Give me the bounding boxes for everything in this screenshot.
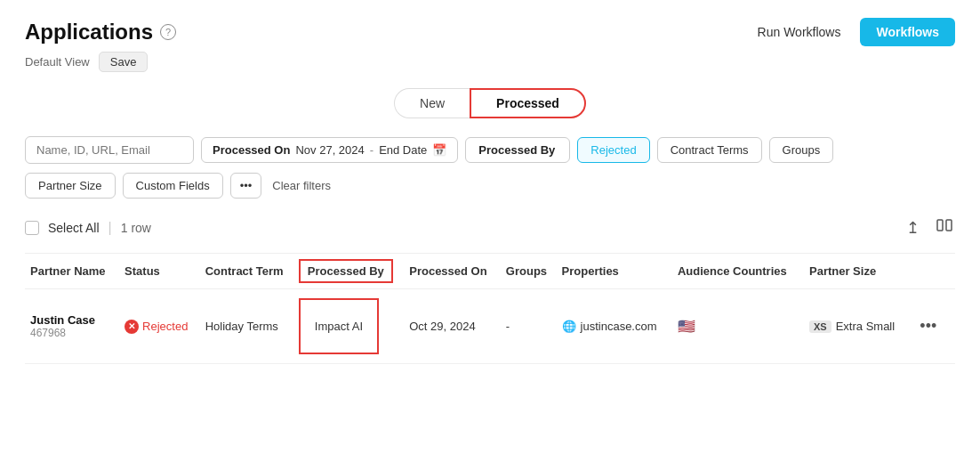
partner-name: Justin Case <box>30 313 116 327</box>
th-processed-on: Processed On <box>409 254 506 289</box>
header: Applications ? Run Workflows Workflows <box>25 18 955 46</box>
th-properties: Properties <box>562 254 678 289</box>
td-partner-name: Justin Case 467968 <box>25 289 125 364</box>
columns-button[interactable] <box>934 215 955 240</box>
partner-id: 467968 <box>30 327 116 339</box>
status-label: Rejected <box>142 320 188 333</box>
workflows-button[interactable]: Workflows <box>860 18 955 46</box>
table-header-row: Partner Name Status Contract Term Proces… <box>25 254 955 289</box>
td-row-actions: ••• <box>914 289 955 364</box>
td-groups: - <box>506 289 562 364</box>
td-audience-countries: 🇺🇸 <box>678 289 809 364</box>
flag-icon: 🇺🇸 <box>678 319 695 334</box>
th-contract-term: Contract Term <box>205 254 302 289</box>
subheader: Default View Save <box>25 52 955 72</box>
icon-actions: ↥ <box>904 215 955 240</box>
select-all-checkbox[interactable] <box>25 221 39 235</box>
th-actions <box>914 254 955 289</box>
table-container: Partner Name Status Contract Term Proces… <box>25 253 955 364</box>
contract-terms-filter[interactable]: Contract Terms <box>657 137 762 163</box>
filter-row-1: Processed On Nov 27, 2024 - End Date 📅 P… <box>25 136 955 164</box>
download-button[interactable]: ↥ <box>904 216 921 239</box>
td-properties: 🌐 justincase.com <box>562 289 678 364</box>
status-badge: ✕ Rejected <box>125 320 188 334</box>
row-count: 1 row <box>121 221 151 235</box>
td-partner-size: XS Extra Small <box>809 289 914 364</box>
table-row: Justin Case 467968 ✕ Rejected Holiday Te… <box>25 289 955 364</box>
td-processed-on: Oct 29, 2024 <box>409 289 506 364</box>
custom-fields-filter[interactable]: Custom Fields <box>123 173 223 199</box>
svg-rect-1 <box>946 220 952 231</box>
select-all-label: Select All <box>48 221 100 235</box>
xs-badge: XS <box>809 320 831 333</box>
processed-by-label: Processed By <box>478 143 555 157</box>
applications-page: Applications ? Run Workflows Workflows D… <box>0 0 980 454</box>
td-status: ✕ Rejected <box>125 289 205 364</box>
th-status: Status <box>125 254 205 289</box>
date-end: End Date <box>379 143 427 157</box>
more-filters-button[interactable]: ••• <box>230 173 262 199</box>
td-contract-term: Holiday Terms <box>205 289 302 364</box>
select-all-row: Select All | 1 row ↥ <box>25 215 955 240</box>
default-view-label: Default View <box>25 55 90 69</box>
th-audience-countries: Audience Countries <box>678 254 809 289</box>
groups-label: Groups <box>783 143 821 157</box>
td-processed-by: Impact AI <box>302 289 409 364</box>
processed-by-filter[interactable]: Processed By <box>465 137 570 163</box>
th-partner-size: Partner Size <box>809 254 914 289</box>
th-partner-name: Partner Name <box>25 254 125 289</box>
properties-url: justincase.com <box>581 320 657 333</box>
tab-processed[interactable]: Processed <box>470 88 586 118</box>
processed-on-label: Processed On <box>213 143 290 157</box>
row-actions-button[interactable]: ••• <box>914 315 942 337</box>
partner-size-value: Extra Small <box>836 320 895 333</box>
groups-filter[interactable]: Groups <box>769 137 834 163</box>
processed-on-filter[interactable]: Processed On Nov 27, 2024 - End Date 📅 <box>201 137 458 163</box>
processed-by-header-box: Processed By <box>302 263 390 280</box>
search-input[interactable] <box>25 136 194 164</box>
date-start: Nov 27, 2024 <box>295 143 364 157</box>
th-groups: Groups <box>506 254 562 289</box>
rejected-label: Rejected <box>590 143 636 157</box>
partner-size-filter[interactable]: Partner Size <box>25 173 116 199</box>
save-button[interactable]: Save <box>99 52 149 72</box>
rejected-filter[interactable]: Rejected <box>577 137 649 163</box>
tab-bar: New Processed <box>25 88 955 118</box>
date-separator: - <box>370 143 374 157</box>
header-right: Run Workflows Workflows <box>749 18 955 46</box>
processed-by-value-box: Impact AI <box>302 302 375 351</box>
help-icon[interactable]: ? <box>160 24 176 40</box>
calendar-icon: 📅 <box>432 143 446 157</box>
tab-new[interactable]: New <box>394 88 470 118</box>
contract-terms-label: Contract Terms <box>671 143 749 157</box>
header-left: Applications ? <box>25 20 176 45</box>
data-table: Partner Name Status Contract Term Proces… <box>25 254 955 364</box>
svg-rect-0 <box>937 220 943 231</box>
select-all-left: Select All | 1 row <box>25 220 151 236</box>
custom-fields-label: Custom Fields <box>136 179 210 192</box>
filter-row-2: Partner Size Custom Fields ••• Clear fil… <box>25 173 955 199</box>
globe-icon: 🌐 <box>562 320 576 333</box>
page-title: Applications <box>25 20 153 45</box>
rejected-icon: ✕ <box>125 320 139 334</box>
th-processed-by: Processed By <box>302 254 409 289</box>
clear-filters-button[interactable]: Clear filters <box>269 174 334 198</box>
run-workflows-button[interactable]: Run Workflows <box>749 20 850 45</box>
pipe-divider: | <box>108 220 112 236</box>
partner-size-label: Partner Size <box>38 179 102 192</box>
